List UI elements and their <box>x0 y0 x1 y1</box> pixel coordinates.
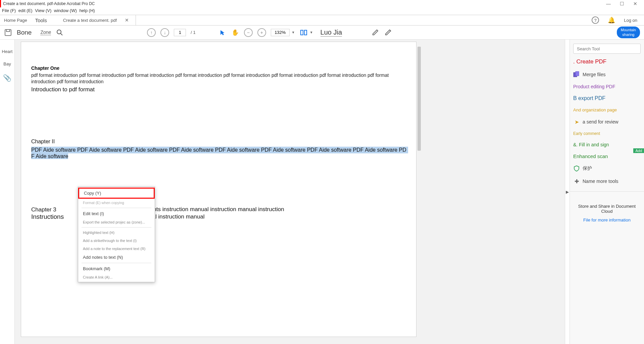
help-icon[interactable]: ? <box>592 16 599 24</box>
next-page-icon[interactable]: ↓ <box>160 28 169 37</box>
merge-icon <box>573 71 580 78</box>
tool-export-pdf[interactable]: B export PDF <box>573 94 641 103</box>
document-area: Chapter One pdf format introduction pdf … <box>15 40 565 344</box>
close-tab-icon[interactable]: ✕ <box>125 17 129 23</box>
tabbar: Home Page Tools Create a text document. … <box>0 15 644 26</box>
more-tools-icon: ✚ <box>573 178 580 185</box>
cloud-title: Store and Share in Document Cloud <box>573 204 641 214</box>
cloud-more-info-link[interactable]: File for more information <box>573 217 641 223</box>
page-number-input[interactable] <box>174 29 186 36</box>
ctx-sep3 <box>82 263 151 263</box>
page-display-icon[interactable] <box>300 29 308 37</box>
tab-tools[interactable]: Tools <box>31 17 56 23</box>
left-rail-bay[interactable]: Bay <box>3 61 11 66</box>
display-dropdown-icon[interactable]: ▼ <box>310 31 313 34</box>
send-review-label: a send for review <box>583 119 618 125</box>
search-tool-input[interactable] <box>573 44 641 54</box>
sign-icon[interactable] <box>384 29 392 37</box>
zoom-input[interactable] <box>271 29 290 36</box>
bell-icon[interactable]: 🔔 <box>608 16 615 24</box>
tool-organize-pages[interactable]: And organization page <box>573 106 641 114</box>
create-pdf-label: . Create PDF <box>573 58 606 65</box>
workspace: Heart Bay 📎 ◀ Chapter One pdf format int… <box>0 40 644 344</box>
tool-create-pdf[interactable]: . Create PDF <box>573 57 641 66</box>
left-rail-heart[interactable]: Heart <box>2 49 13 54</box>
chapter1-heading: Chapter One <box>31 65 408 71</box>
ctx-bookmark[interactable]: Bookmark (M) <box>78 264 155 273</box>
tool-enhanced-scan[interactable]: Enhanced scan <box>573 152 641 160</box>
search-icon[interactable] <box>56 29 64 37</box>
ctx-edit-text[interactable]: Edit text (I) <box>78 209 155 218</box>
zone-label[interactable]: Zone <box>40 30 51 35</box>
bone-label[interactable]: Bone <box>17 29 32 36</box>
ctx-copy[interactable]: Copy (Y) <box>78 188 155 199</box>
context-menu: Copy (Y) Format (E) when copying Edit te… <box>78 187 155 282</box>
menu-file[interactable]: File (F) <box>2 8 16 13</box>
tool-fill-sign[interactable]: &. Fill in and sign <box>573 141 641 149</box>
menu-view[interactable]: View (V) <box>35 8 51 13</box>
ctx-create-link[interactable]: Create A link (A)... <box>78 273 155 281</box>
luojia-label[interactable]: Luo Jia <box>320 29 342 37</box>
contents-text: Contents instruction manual instruction … <box>138 206 292 220</box>
svg-point-2 <box>57 30 61 34</box>
prev-page-icon[interactable]: ↑ <box>147 28 156 37</box>
pen-icon[interactable] <box>371 29 380 37</box>
shield-icon <box>573 165 580 172</box>
chapter2-heading: Chapter II <box>31 139 408 145</box>
tool-edit-pdf[interactable]: Product editing PDF <box>573 83 641 91</box>
tool-send-review[interactable]: ➤ a send for review <box>573 117 641 127</box>
ctx-format-copy[interactable]: Format (E) when copying <box>78 199 155 207</box>
chapter1-subtitle: Introduction to pdf format <box>31 86 408 93</box>
svg-rect-0 <box>5 30 11 36</box>
ctx-replace-note[interactable]: Add a note to the replacement text (R) <box>78 245 155 253</box>
more-tools-label: Name more tools <box>583 179 618 184</box>
pointer-icon[interactable] <box>218 29 227 37</box>
merge-label: Merge files <box>583 72 605 77</box>
edit-pdf-label: Product editing PDF <box>573 84 615 89</box>
zoom-dropdown-icon[interactable]: ▼ <box>292 31 295 34</box>
send-review-icon: ➤ <box>573 118 580 125</box>
tool-early-comment[interactable]: Early comment <box>573 130 641 137</box>
tool-more-tools[interactable]: ✚ Name more tools <box>573 177 641 186</box>
attachment-icon[interactable]: 📎 <box>3 74 11 82</box>
zoom-in-icon[interactable]: + <box>257 28 266 37</box>
window-title: Create a text document. pdf-Adobe Acroba… <box>3 1 95 6</box>
left-rail: Heart Bay 📎 ◀ <box>0 40 15 344</box>
page-total-label: / 1 <box>191 30 195 35</box>
svg-rect-6 <box>304 30 307 35</box>
ctx-sep1 <box>82 208 151 208</box>
protect-label: 保护 <box>583 165 592 171</box>
ctx-strikethrough[interactable]: Add a strikethrough to the text (I) <box>78 237 155 245</box>
fill-sign-label: &. Fill in and sign <box>573 142 609 147</box>
right-rail-divider <box>570 191 644 192</box>
tool-merge-files[interactable]: Merge files <box>573 70 641 79</box>
selected-text-row2[interactable]: F Aide software <box>31 153 68 159</box>
save-icon[interactable] <box>4 29 12 37</box>
ctx-sep2 <box>82 227 151 228</box>
ctx-export-selection[interactable]: Export the selected projec as (zone)... <box>78 218 155 226</box>
ctx-highlight-text[interactable]: Highlighted text (H) <box>78 229 155 237</box>
minimize-button[interactable]: — <box>602 1 615 7</box>
vertical-scrollbar[interactable] <box>417 47 421 151</box>
hand-icon[interactable]: ✋ <box>231 29 239 37</box>
menubar: File (F) edit (E) View (V) window (W) he… <box>0 7 644 15</box>
export-pdf-label: B export PDF <box>573 95 605 101</box>
tab-home[interactable]: Home Page <box>0 18 31 23</box>
logon-link[interactable]: Log on <box>624 18 637 23</box>
right-collapse-icon[interactable]: ▶ <box>565 40 569 344</box>
titlebar: Create a text document. pdf-Adobe Acroba… <box>0 0 644 7</box>
menu-edit[interactable]: edit (E) <box>18 8 33 13</box>
svg-rect-5 <box>301 30 303 35</box>
selected-text-row1[interactable]: PDF Aide software PDF Aide software PDF … <box>31 147 408 153</box>
share-button[interactable]: Mountain sharing <box>617 27 640 38</box>
zoom-out-icon[interactable]: − <box>244 28 253 37</box>
maximize-button[interactable]: ☐ <box>615 1 629 7</box>
ctx-add-notes[interactable]: Add notes to text (N) <box>78 253 155 262</box>
menu-window[interactable]: window (W) <box>54 8 77 13</box>
add-badge[interactable]: Add <box>633 148 644 153</box>
close-window-button[interactable]: ✕ <box>629 1 642 7</box>
svg-rect-1 <box>6 30 10 32</box>
tab-document[interactable]: Create a text document. pdf ✕ <box>56 15 136 25</box>
tool-protect[interactable]: 保护 <box>573 164 641 173</box>
menu-help[interactable]: help (H) <box>79 8 95 13</box>
